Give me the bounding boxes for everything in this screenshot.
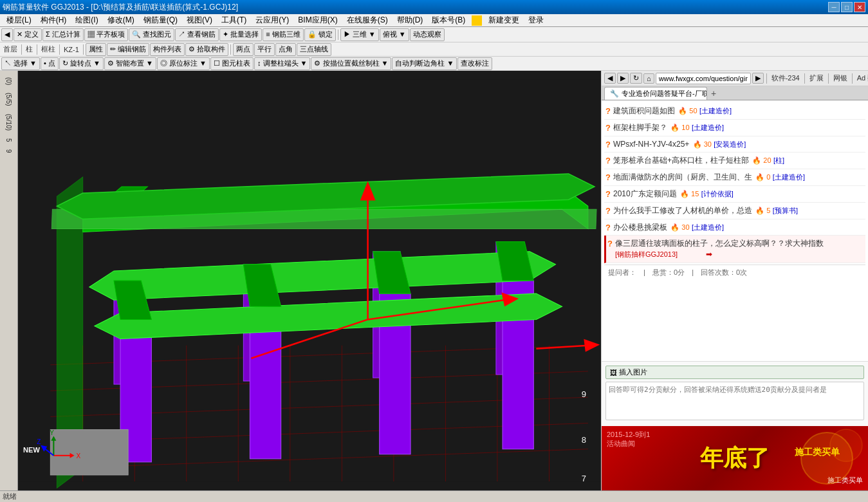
toolbar-auto-judge-btn[interactable]: 自动判断边角柱 ▼ bbox=[392, 57, 457, 70]
col-label: 柱 bbox=[24, 44, 35, 54]
browser-forward-btn[interactable]: ▶ bbox=[617, 73, 629, 84]
toolbar-top-view-btn[interactable]: 俯视 ▼ bbox=[380, 28, 409, 41]
qa-item-4[interactable]: ? 笼形桩承台基础+高杯口柱，柱子短柱部 🔥 20 [柱] bbox=[604, 153, 865, 169]
qa-icon-5: ? bbox=[605, 172, 611, 182]
browser-tab-new[interactable]: + bbox=[707, 87, 720, 100]
menu-component[interactable]: 构件(H) bbox=[37, 14, 71, 26]
menu-layer[interactable]: 楼层(L) bbox=[3, 14, 35, 26]
toolbar-sum-btn[interactable]: Σ 汇总计算 bbox=[42, 28, 84, 41]
toolbar-col-table-btn[interactable]: ☐ 图元柱表 bbox=[210, 57, 254, 70]
toolbar-align-btn[interactable]: ▦ 平齐板项 bbox=[84, 28, 128, 41]
toolbar-lock-btn[interactable]: 🔒 锁定 bbox=[304, 28, 336, 41]
toolbar-three-point-btn[interactable]: 三点轴线 bbox=[297, 43, 331, 56]
sep2 bbox=[21, 44, 22, 55]
qa-cat-6: [计价依据] bbox=[701, 190, 734, 198]
qa-text-5: 地面满做防水的房间（厨房、卫生间、生 🔥 0 [土建造价] bbox=[613, 172, 864, 183]
toolbar-batch-select-btn[interactable]: ✦ 批量选择 bbox=[219, 28, 262, 41]
answer-textarea[interactable] bbox=[605, 382, 864, 420]
status-text: 就绪 bbox=[3, 492, 17, 501]
qa-icon-2: ? bbox=[605, 123, 611, 133]
qa-content[interactable]: ? 建筑面积问题如图 🔥 50 [土建造价] ? 框架柱脚手架？ 🔥 10 [土… bbox=[602, 100, 868, 361]
svg-text:施工类买单: 施工类买单 bbox=[794, 447, 840, 457]
qa-badge-5: 🔥 0 bbox=[755, 173, 770, 181]
menu-modify[interactable]: 修改(M) bbox=[104, 14, 138, 26]
browser-home-btn[interactable]: ⌂ bbox=[643, 73, 654, 84]
qa-cat-1: [土建造价] bbox=[699, 107, 732, 115]
toolbar-rotate-point-btn[interactable]: ↻ 旋转点 ▼ bbox=[59, 57, 104, 70]
toolbar-define-btn[interactable]: ✕ 定义 bbox=[14, 28, 42, 41]
menu-help[interactable]: 帮助(D) bbox=[393, 14, 427, 26]
icon-logo bbox=[472, 15, 482, 26]
sep4 bbox=[59, 44, 60, 55]
3d-viewport[interactable]: 9 8 7 NEW X Y Z bbox=[18, 71, 601, 490]
toolbar-view-rebar-btn[interactable]: ↗ 查看钢筋 bbox=[175, 28, 219, 41]
insert-img-icon: 🖼 bbox=[610, 369, 617, 376]
toolbar-check-note-btn[interactable]: 查改标注 bbox=[457, 57, 492, 70]
qa-icon-1: ? bbox=[605, 106, 611, 116]
close-button[interactable]: ✕ bbox=[854, 2, 865, 12]
toolbar-back-btn[interactable]: ◀ bbox=[1, 28, 13, 41]
toolbar-find-btn[interactable]: 🔍 查找图元 bbox=[129, 28, 174, 41]
qa-item-3[interactable]: ? WPsxf-NH-YJV-4x25+ 🔥 30 [安装造价] bbox=[604, 136, 865, 153]
minimize-button[interactable]: ─ bbox=[828, 2, 840, 12]
toolbar-parallel-btn[interactable]: 平行 bbox=[254, 43, 275, 56]
svg-point-57 bbox=[830, 429, 862, 461]
toolbar-row-3: ↖ 选择 ▼ • 点 ↻ 旋转点 ▼ ⚙ 智能布置 ▼ ◎ 原位标注 ▼ ☐ 图… bbox=[0, 57, 868, 71]
menu-version[interactable]: 版本号(B) bbox=[428, 14, 469, 26]
browser-back-btn[interactable]: ◀ bbox=[604, 73, 616, 84]
toolbar-smart-place-btn[interactable]: ⚙ 智能布置 ▼ bbox=[104, 57, 156, 70]
url-input[interactable] bbox=[656, 73, 751, 84]
qa-badge-6: 🔥 15 bbox=[680, 190, 699, 198]
toolbar-select-btn[interactable]: ↖ 选择 ▼ bbox=[1, 57, 40, 70]
ad-big-text: 年底了 bbox=[700, 443, 770, 474]
toolbar-point-btn[interactable]: • 点 bbox=[41, 57, 59, 70]
maximize-button[interactable]: □ bbox=[841, 2, 853, 12]
toolbar-dynamic-view-btn[interactable]: 动态观察 bbox=[410, 28, 445, 41]
menu-online[interactable]: 在线服务(S) bbox=[343, 14, 392, 26]
qa-item-9[interactable]: ? 像三层通往玻璃面板的柱子，怎么定义标高啊？？求大神指数 [钢筋抽样GGJ20… bbox=[604, 236, 865, 263]
toolbar-two-point-btn[interactable]: 两点 bbox=[233, 43, 254, 56]
browser-tabs: 🔧 专业造价问题答疑平台-厂联达! ✕ + bbox=[602, 86, 868, 100]
menu-draw[interactable]: 绘图(I) bbox=[71, 14, 102, 26]
menu-cloud[interactable]: 云应用(Y) bbox=[252, 14, 293, 26]
browser-go-btn[interactable]: ▶ bbox=[752, 73, 764, 84]
menu-rebar-qty[interactable]: 钢筋量(Q) bbox=[140, 14, 181, 26]
menu-view[interactable]: 视图(V) bbox=[183, 14, 216, 26]
toolbar-in-place-note-btn[interactable]: ◎ 原位标注 ▼ bbox=[157, 57, 210, 70]
toolbar-point-angle-btn[interactable]: 点角 bbox=[275, 43, 296, 56]
qa-item-1[interactable]: ? 建筑面积问题如图 🔥 50 [土建造价] bbox=[604, 103, 865, 120]
menu-tools[interactable]: 工具(T) bbox=[217, 14, 250, 26]
qa-item-5[interactable]: ? 地面满做防水的房间（厨房、卫生间、生 🔥 0 [土建造价] bbox=[604, 169, 865, 186]
toolbar-3d-btn[interactable]: ▶ 三维 ▼ bbox=[340, 28, 379, 41]
sep1 bbox=[338, 30, 338, 40]
title-text: 钢筋算量软件 GGJ2013 - [D:\预结算及插筋\联送插筋(算式-1.GC… bbox=[3, 2, 238, 13]
qa-item-6[interactable]: ? 2010广东定额问题 🔥 15 [计价依据] bbox=[604, 186, 865, 203]
qa-cat-5: [土建造价] bbox=[773, 173, 805, 181]
toolbar-edit-rebar-btn[interactable]: ✏ 编辑钢筋 bbox=[107, 43, 149, 56]
browser-tab-active[interactable]: 🔧 专业造价问题答疑平台-厂联达! ✕ bbox=[604, 87, 707, 100]
toolbar-rebar-3d-btn[interactable]: ≡ 钢筋三维 bbox=[263, 28, 303, 41]
menu-login[interactable]: 登录 bbox=[524, 14, 548, 26]
qa-item-7[interactable]: ? 为什么我手工修改了人材机的单价，总造 🔥 5 [预算书] bbox=[604, 203, 865, 219]
toolbar-adjust-col-btn[interactable]: ↕ 调整柱端头 ▼ bbox=[254, 57, 311, 70]
qa-cat-3: [安装造价] bbox=[714, 140, 746, 148]
insert-image-button[interactable]: 🖼 插入图片 bbox=[605, 366, 864, 379]
toolbar-pick-btn[interactable]: ⚙ 拾取构件 bbox=[185, 43, 228, 56]
ad-banner[interactable]: 2015-12-9到1 活动曲闻 年底了 施工类买单 施工类买单 bbox=[602, 426, 868, 490]
frame-label: 框柱 bbox=[39, 44, 57, 54]
qa-item-8[interactable]: ? 办公楼悬挑梁板 🔥 30 [土建造价] bbox=[604, 219, 865, 236]
browser-refresh-btn[interactable]: ↻ bbox=[630, 73, 642, 84]
toolbar-property-btn[interactable]: 属性 bbox=[86, 43, 106, 56]
qa-badge-4: 🔥 20 bbox=[752, 156, 771, 164]
menu-new-change[interactable]: 新建变更 bbox=[485, 14, 523, 26]
ad-activity: 活动曲闻 bbox=[607, 439, 635, 449]
toolbar-component-list-btn[interactable]: 构件列表 bbox=[150, 43, 185, 56]
toolbar-place-col-btn[interactable]: ⚙ 按描位置截丝制柱 ▼ bbox=[311, 57, 391, 70]
score-label: 悬赏：0分 bbox=[652, 268, 685, 276]
qa-cat-7: [预算书] bbox=[773, 207, 798, 214]
left-panel: (0) (5/5) (5/10) 5 9 bbox=[0, 71, 18, 490]
qa-item-2[interactable]: ? 框架柱脚手架？ 🔥 10 [土建造价] bbox=[604, 120, 865, 136]
svg-text:9: 9 bbox=[582, 389, 586, 399]
menu-bim[interactable]: BIM应用(X) bbox=[294, 14, 341, 26]
layer-label: 首层 bbox=[1, 44, 19, 54]
